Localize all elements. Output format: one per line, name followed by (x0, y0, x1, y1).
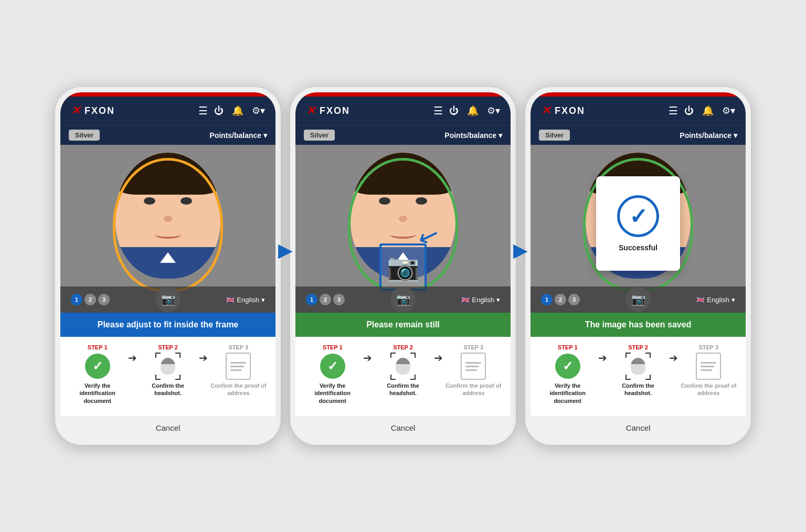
phone-phone1: ✕FXON☰⏻🔔⚙▾SilverPoints/balance ▾123📷🇬🇧 E… (55, 87, 281, 445)
language-selector[interactable]: 🇬🇧 English ▾ (461, 296, 500, 304)
step-text-2: Confirm the headshot. (374, 382, 431, 397)
points-balance[interactable]: Points/balance ▾ (680, 131, 737, 140)
status-bar: Please remain still (295, 313, 511, 337)
step-dot-1[interactable]: 1 (306, 294, 317, 305)
power-icon[interactable]: ⏻ (214, 105, 224, 116)
step-dot-2[interactable]: 2 (320, 294, 331, 305)
step-item-2: STEP 2Confirm the headshot. (139, 344, 196, 397)
step-dot-3[interactable]: 3 (98, 294, 110, 305)
step-dots: 123 (71, 294, 110, 305)
lang-label: English (472, 296, 494, 304)
cancel-button[interactable]: Cancel (295, 416, 511, 440)
camera-area: ✓Successful123📷🇬🇧 English ▾ (531, 145, 746, 313)
bell-icon[interactable]: 🔔 (232, 105, 243, 116)
cancel-button[interactable]: Cancel (60, 416, 275, 440)
step-arrow-icon: ➔ (363, 352, 372, 364)
gear-icon[interactable]: ⚙▾ (487, 105, 500, 116)
menu-icon[interactable]: ☰ (198, 104, 208, 117)
step-icon (389, 353, 417, 380)
camera-icon: 📷 (631, 293, 645, 306)
step-text-3: Confirm the proof of address (210, 382, 267, 397)
face-frame-icon (390, 353, 416, 380)
step-item-1: STEP 1✓Verify the identification documen… (69, 344, 126, 405)
phone-top-bar (295, 92, 511, 97)
chevron-down-icon: ▾ (731, 296, 735, 304)
step-item-1: STEP 1✓Verify the identification documen… (539, 344, 596, 405)
phone-phone3: ✕FXON☰⏻🔔⚙▾SilverPoints/balance ▾✓Success… (525, 87, 751, 445)
phone-header: ✕FXON☰⏻🔔⚙▾ (60, 97, 275, 125)
steps-section: STEP 1✓Verify the identification documen… (531, 337, 746, 416)
lang-label: English (237, 296, 259, 304)
step-dots: 123 (541, 294, 580, 305)
points-balance[interactable]: Points/balance ▾ (444, 131, 502, 140)
gear-icon[interactable]: ⚙▾ (722, 105, 735, 116)
phone-wrapper-phone3: ✕FXON☰⏻🔔⚙▾SilverPoints/balance ▾✓Success… (525, 87, 751, 445)
logo-area: ✕FXON (541, 104, 585, 118)
camera-bottom-bar: 123📷🇬🇧 English ▾ (531, 286, 746, 313)
flag-icon: 🇬🇧 (696, 296, 705, 304)
silver-badge: Silver (539, 130, 570, 141)
logo-x-icon: ✕ (541, 104, 550, 118)
step-dot-3[interactable]: 3 (568, 294, 580, 305)
step-label-1: STEP 1 (323, 344, 343, 350)
step-icon (225, 353, 252, 380)
step-item-3: STEP 3Confirm the proof of address (210, 344, 267, 397)
gear-icon[interactable]: ⚙▾ (252, 105, 265, 116)
cancel-button[interactable]: Cancel (531, 416, 746, 440)
camera-area: 123📷🇬🇧 English ▾ (60, 145, 275, 313)
step-icon (154, 353, 182, 380)
step-dot-2[interactable]: 2 (555, 294, 566, 305)
step-item-3: STEP 3Confirm the proof of address (680, 344, 737, 397)
menu-icon[interactable]: ☰ (669, 104, 678, 117)
step-item-1: STEP 1✓Verify the identification documen… (304, 344, 361, 405)
silver-badge: Silver (304, 130, 335, 141)
bell-icon[interactable]: 🔔 (467, 105, 479, 116)
language-selector[interactable]: 🇬🇧 English ▾ (696, 296, 735, 304)
step-dot-1[interactable]: 1 (541, 294, 553, 305)
check-circle-icon: ✓ (320, 354, 345, 379)
step-icon: ✓ (319, 353, 346, 380)
bell-icon[interactable]: 🔔 (702, 105, 714, 116)
step-arrow-icon: ➔ (128, 352, 137, 364)
step-dot-2[interactable]: 2 (84, 294, 96, 305)
phone-top-bar (60, 92, 275, 97)
camera-icon: 📷 (396, 293, 410, 306)
step-item-2: STEP 2Confirm the headshot. (609, 344, 666, 397)
chevron-down-icon: ▾ (496, 296, 500, 304)
check-circle-icon: ✓ (555, 354, 580, 379)
camera-highlight-box: 📷 (379, 243, 427, 291)
between-arrow-icon: ▶ (278, 239, 293, 261)
power-icon[interactable]: ⏻ (684, 105, 694, 116)
camera-area: ↙📷123📷🇬🇧 English ▾ (295, 145, 511, 313)
camera-button[interactable]: 📷 (390, 287, 416, 312)
step-item-3: STEP 3Confirm the proof of address (445, 344, 502, 397)
camera-button[interactable]: 📷 (155, 287, 181, 312)
steps-section: STEP 1✓Verify the identification documen… (60, 337, 275, 416)
step-dot-3[interactable]: 3 (333, 294, 345, 305)
success-label: Successful (619, 243, 657, 252)
phone-header: ✕FXON☰⏻🔔⚙▾ (531, 97, 746, 125)
points-balance[interactable]: Points/balance ▾ (209, 131, 267, 140)
logo-area: ✕FXON (306, 104, 350, 118)
language-selector[interactable]: 🇬🇧 English ▾ (226, 296, 265, 304)
step-dot-1[interactable]: 1 (71, 294, 82, 305)
camera-button[interactable]: 📷 (625, 287, 651, 312)
step-arrow-icon: ➔ (434, 352, 443, 364)
flag-icon: 🇬🇧 (226, 296, 235, 304)
logo-text: FXON (555, 105, 585, 116)
power-icon[interactable]: ⏻ (449, 105, 459, 116)
step-label-1: STEP 1 (88, 344, 108, 350)
step-icon: ✓ (84, 353, 111, 380)
chevron-down-icon: ▾ (261, 296, 265, 304)
document-icon (696, 353, 721, 380)
camera-bottom-bar: 123📷🇬🇧 English ▾ (295, 286, 511, 313)
phone-wrapper-phone2: ✕FXON☰⏻🔔⚙▾SilverPoints/balance ▾↙📷123📷🇬🇧… (290, 87, 516, 445)
between-arrow-icon: ▶ (513, 239, 528, 261)
points-bar: SilverPoints/balance ▾ (531, 125, 746, 145)
step-text-2: Confirm the headshot. (139, 382, 196, 397)
phone-header: ✕FXON☰⏻🔔⚙▾ (295, 97, 511, 125)
step-arrow-icon: ➔ (598, 352, 607, 364)
menu-icon[interactable]: ☰ (433, 104, 443, 117)
success-overlay: ✓Successful (596, 176, 680, 271)
step-label-2: STEP 2 (393, 344, 413, 350)
